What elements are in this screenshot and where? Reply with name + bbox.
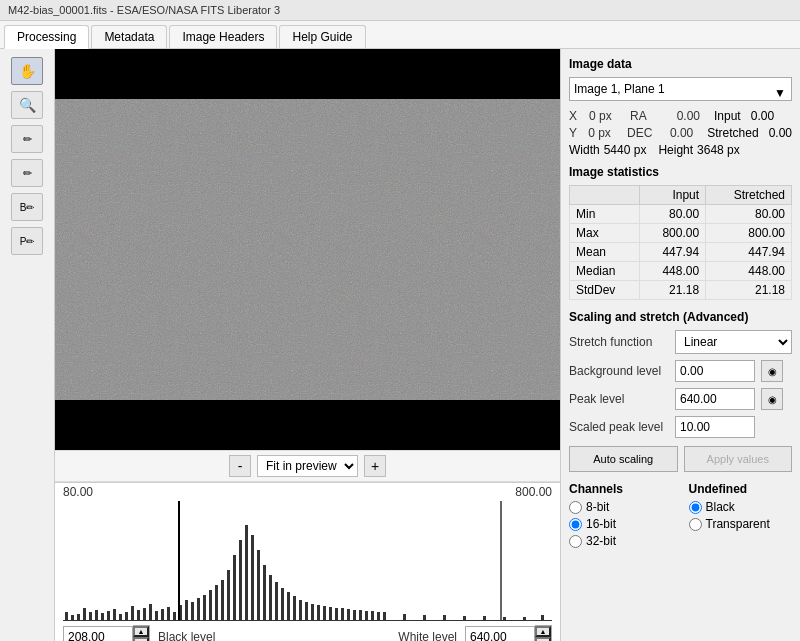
black-level-marker <box>178 501 180 620</box>
input-value: 0.00 <box>751 109 774 123</box>
stats-label-min: Min <box>570 205 640 224</box>
hand-tool-button[interactable]: ✋ <box>11 57 43 85</box>
width-item: Width 5440 px <box>569 143 646 157</box>
width-label: Width <box>569 143 600 157</box>
black-radio[interactable] <box>689 501 702 514</box>
peak-level-icon-button[interactable]: ◉ <box>761 388 783 410</box>
32bit-radio[interactable] <box>569 535 582 548</box>
hist-bar <box>167 607 170 620</box>
right-panel: Image data Image 1, Plane 1 ▼ X 0 px RA … <box>560 49 800 641</box>
transparent-label: Transparent <box>706 517 770 531</box>
apply-values-button[interactable]: Apply values <box>684 446 793 472</box>
image-noise-area <box>55 99 560 400</box>
scaling-section: Scaling and stretch (Advanced) Stretch f… <box>569 310 792 472</box>
x-px-value: 0 px <box>589 109 624 123</box>
peak-tool-button[interactable]: P✏ <box>11 227 43 255</box>
hist-bar <box>281 588 284 620</box>
stretch-function-select[interactable]: Linear Log Square Root Power ASinh <box>675 330 792 354</box>
hist-bar <box>77 614 80 620</box>
hist-bar <box>65 612 68 620</box>
stats-label-mean: Mean <box>570 243 640 262</box>
stats-stretched-median: 448.00 <box>706 262 792 281</box>
black-level-up-button[interactable]: ▲ <box>133 626 149 637</box>
black-label: Black <box>706 500 735 514</box>
background-level-input[interactable] <box>675 360 755 382</box>
height-item: Height 3648 px <box>658 143 739 157</box>
y-px-value: 0 px <box>588 126 621 140</box>
hist-bar <box>101 613 104 620</box>
black-level-handle[interactable] <box>176 620 182 621</box>
hist-bar <box>483 616 486 620</box>
hist-bar <box>173 612 176 620</box>
hist-bar <box>185 600 188 620</box>
hist-bar <box>523 617 526 620</box>
stats-row-stddev: StdDev 21.18 21.18 <box>570 281 792 300</box>
scaled-peak-level-input[interactable] <box>675 416 755 438</box>
zoom-tool-button[interactable]: 🔍 <box>11 91 43 119</box>
stats-input-max: 800.00 <box>639 224 705 243</box>
peak-level-input[interactable] <box>675 388 755 410</box>
white-level-spinners: ▲ ▼ <box>535 625 552 641</box>
image-data-dropdown[interactable]: Image 1, Plane 1 <box>569 77 792 101</box>
hist-bar <box>137 610 140 620</box>
zoom-out-button[interactable]: - <box>229 455 251 477</box>
preview-zoom-select[interactable]: Fit in preview 25% 50% 100% 200% <box>257 455 358 477</box>
stretched-value: 0.00 <box>769 126 792 140</box>
stats-input-median: 448.00 <box>639 262 705 281</box>
undefined-title: Undefined <box>689 482 793 496</box>
hist-bar <box>257 550 260 620</box>
white-level-handle[interactable] <box>496 620 504 621</box>
tab-help-guide[interactable]: Help Guide <box>279 25 365 48</box>
eyedropper1-tool-button[interactable]: ✏ <box>11 125 43 153</box>
stats-label-median: Median <box>570 262 640 281</box>
hist-bar <box>143 608 146 620</box>
hist-bar <box>329 607 332 620</box>
ra-value: 0.00 <box>664 109 700 123</box>
eyedropper2-tool-button[interactable]: ✏ <box>11 159 43 187</box>
transparent-radio[interactable] <box>689 518 702 531</box>
histogram-area: 80.00 800.00 208.00 ▲ ▼ <box>55 482 560 641</box>
hist-bar <box>383 612 386 620</box>
height-label: Height <box>658 143 693 157</box>
white-level-input[interactable]: 640.00 <box>465 626 535 641</box>
hist-bar <box>371 611 374 620</box>
zoom-in-button[interactable]: + <box>364 455 386 477</box>
height-value: 3648 px <box>697 143 740 157</box>
hist-bar <box>209 590 212 620</box>
black-level-input[interactable]: 208.00 <box>63 626 133 641</box>
hist-bar <box>149 604 152 620</box>
hist-bar <box>317 605 320 620</box>
hist-bar <box>71 615 74 620</box>
8bit-label: 8-bit <box>586 500 609 514</box>
hist-bar <box>541 615 544 620</box>
image-display <box>55 49 560 450</box>
image-data-title: Image data <box>569 57 792 71</box>
hist-bar <box>155 611 158 620</box>
white-level-up-button[interactable]: ▲ <box>535 626 551 637</box>
black-level-input-group: 208.00 ▲ ▼ <box>63 625 150 641</box>
image-container <box>55 49 560 450</box>
hist-bar <box>125 612 128 620</box>
white-level-down-button[interactable]: ▼ <box>535 637 551 641</box>
8bit-radio[interactable] <box>569 501 582 514</box>
image-stats-section: Image statistics Input Stretched Min 80.… <box>569 165 792 300</box>
image-stats-title: Image statistics <box>569 165 792 179</box>
image-black-top <box>55 49 560 99</box>
hist-bar <box>263 565 266 620</box>
channels-title: Channels <box>569 482 673 496</box>
peak-level-row: Peak level ◉ <box>569 388 792 410</box>
auto-scaling-button[interactable]: Auto scaling <box>569 446 678 472</box>
hist-bar <box>335 608 338 620</box>
histogram-chart <box>63 501 552 621</box>
black-tool-button[interactable]: B✏ <box>11 193 43 221</box>
undefined-group: Undefined Black Transparent <box>689 482 793 551</box>
background-level-icon-button[interactable]: ◉ <box>761 360 783 382</box>
black-level-down-button[interactable]: ▼ <box>133 637 149 641</box>
tab-metadata[interactable]: Metadata <box>91 25 167 48</box>
hist-bar <box>299 600 302 620</box>
16bit-radio[interactable] <box>569 518 582 531</box>
32bit-label: 32-bit <box>586 534 616 548</box>
tab-processing[interactable]: Processing <box>4 25 89 49</box>
hist-bar <box>83 608 86 620</box>
tab-image-headers[interactable]: Image Headers <box>169 25 277 48</box>
